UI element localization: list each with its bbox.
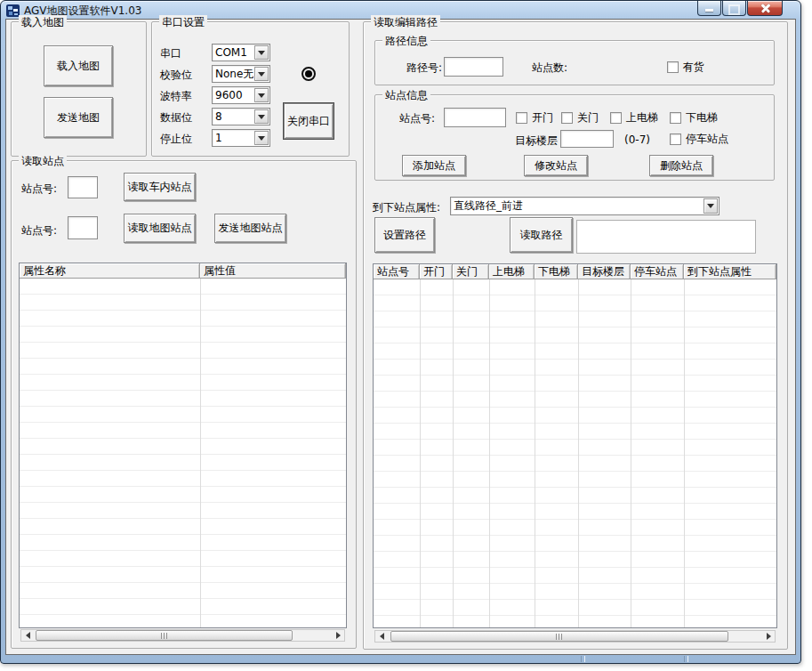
send-map-station-button[interactable]: 发送地图站点 — [214, 214, 286, 243]
parity-select[interactable]: None无 — [212, 65, 270, 83]
scroll-left-icon[interactable] — [375, 631, 387, 642]
target-floor-input[interactable] — [560, 130, 614, 148]
chevron-down-icon[interactable] — [703, 198, 718, 214]
add-station-button[interactable]: 添加站点 — [402, 155, 466, 176]
attribute-table[interactable]: 属性名称 属性值 — [19, 263, 347, 628]
station-count-label: 站点数: — [532, 61, 567, 76]
column-header-close-door[interactable]: 关门 — [453, 264, 489, 279]
up-elevator-checkbox[interactable]: 上电梯 — [610, 110, 658, 125]
open-door-checkbox[interactable]: 开门 — [516, 110, 553, 125]
checkbox-box — [667, 61, 679, 73]
attribute-table-body[interactable] — [20, 279, 346, 627]
down-elevator-label: 下电梯 — [686, 110, 718, 125]
load-map-button[interactable]: 载入地图 — [44, 45, 113, 86]
baudrate-value: 9600 — [213, 89, 253, 101]
checkbox-box — [561, 112, 573, 124]
chevron-down-icon[interactable] — [254, 45, 269, 60]
column-divider — [684, 279, 685, 627]
station-no-input[interactable] — [444, 108, 506, 127]
path-editor-group: 读取编辑路径 路径信息 路径号: 站点数: 有货 站点信息 站点号: — [363, 21, 788, 650]
checkbox-box — [670, 133, 681, 145]
column-header-attr-name[interactable]: 属性名称 — [20, 263, 200, 279]
next-station-attr-label: 到下站点属性: — [373, 200, 440, 215]
read-map-station-button[interactable]: 读取地图站点 — [124, 214, 196, 243]
column-header-open-door[interactable]: 开门 — [420, 264, 453, 279]
scroll-right-icon[interactable] — [763, 631, 775, 642]
cargo-checkbox[interactable]: 有货 — [667, 60, 704, 75]
path-info-group: 路径信息 路径号: 站点数: 有货 — [374, 40, 775, 85]
read-path-button[interactable]: 读取路径 — [510, 217, 573, 253]
read-station-group: 读取站点 站点号: 读取车内站点 站点号: 读取地图站点 发送地图站点 属性名称… — [11, 160, 357, 649]
column-header-attr-value[interactable]: 属性值 — [200, 263, 346, 279]
open-door-label: 开门 — [532, 110, 553, 125]
column-divider — [420, 279, 421, 627]
chevron-down-icon[interactable] — [254, 67, 269, 81]
scrollbar-grip-icon — [161, 633, 168, 639]
column-header-parking[interactable]: 停车站点 — [631, 264, 684, 279]
load-map-group-title: 载入地图 — [19, 15, 67, 30]
read-path-result-box[interactable] — [576, 220, 756, 254]
column-divider — [200, 279, 201, 627]
station-table-body[interactable] — [374, 279, 776, 627]
down-elevator-checkbox[interactable]: 下电梯 — [670, 110, 718, 125]
column-divider — [578, 279, 579, 627]
column-header-next-attr[interactable]: 到下站点属性 — [684, 264, 776, 279]
serial-status-led — [301, 67, 316, 81]
attribute-table-hscrollbar[interactable] — [20, 629, 345, 642]
station-table-header: 站点号 开门 关门 上电梯 下电梯 目标楼层 停车站点 到下站点属性 — [374, 264, 776, 279]
station-table[interactable]: 站点号 开门 关门 上电梯 下电梯 目标楼层 停车站点 到下站点属性 — [373, 263, 777, 628]
target-floor-label: 目标楼层 — [515, 133, 558, 149]
column-header-station-no[interactable]: 站点号 — [374, 264, 420, 279]
column-header-down-elevator[interactable]: 下电梯 — [535, 264, 578, 279]
up-elevator-label: 上电梯 — [626, 110, 658, 125]
minimize-icon[interactable] — [697, 1, 721, 16]
scrollbar-thumb[interactable] — [36, 630, 293, 641]
vehicle-station-no-input[interactable] — [68, 176, 98, 198]
maximize-icon — [722, 1, 746, 16]
station-info-group-title: 站点信息 — [382, 88, 430, 103]
client-area: 载入地图 载入地图 发送地图 串口设置 串口 COM1 校验位 None无 波特… — [5, 19, 796, 655]
station-info-group: 站点信息 站点号: 开门 关门 上电梯 下电梯 — [374, 94, 775, 181]
read-station-group-title: 读取站点 — [19, 154, 67, 169]
modify-station-button[interactable]: 修改站点 — [524, 155, 588, 176]
chevron-down-icon[interactable] — [254, 109, 269, 124]
floor-range-label: (0-7) — [624, 133, 650, 146]
column-header-up-elevator[interactable]: 上电梯 — [489, 264, 535, 279]
scroll-right-icon[interactable] — [333, 630, 344, 641]
close-icon[interactable] — [747, 1, 783, 16]
next-station-attr-select[interactable]: 直线路径_前进 — [450, 197, 720, 215]
scroll-left-icon[interactable] — [21, 630, 33, 641]
column-divider — [535, 279, 535, 627]
path-no-label: 路径号: — [406, 61, 442, 76]
close-door-checkbox[interactable]: 关门 — [561, 110, 599, 125]
parity-value: None无 — [213, 67, 253, 82]
path-info-group-title: 路径信息 — [382, 34, 430, 49]
scrollbar-grip-icon — [556, 634, 563, 640]
baudrate-select[interactable]: 9600 — [212, 86, 270, 104]
cargo-checkbox-label: 有货 — [683, 60, 704, 75]
column-header-target-floor[interactable]: 目标楼层 — [578, 264, 631, 279]
databits-select[interactable]: 8 — [212, 108, 270, 125]
parking-station-checkbox[interactable]: 停车站点 — [670, 132, 728, 147]
serial-port-select[interactable]: COM1 — [212, 44, 270, 61]
parity-label: 校验位 — [160, 68, 192, 83]
serial-settings-group-title: 串口设置 — [159, 15, 207, 30]
map-station-no-label: 站点号: — [21, 223, 57, 238]
map-station-no-input[interactable] — [68, 216, 98, 239]
send-map-button[interactable]: 发送地图 — [44, 97, 113, 138]
close-serial-button[interactable]: 关闭串口 — [284, 103, 334, 139]
chevron-down-icon[interactable] — [254, 88, 269, 102]
stopbits-label: 停止位 — [160, 132, 192, 147]
stopbits-value: 1 — [213, 132, 253, 144]
station-table-hscrollbar[interactable] — [374, 630, 776, 643]
set-path-button[interactable]: 设置路径 — [374, 217, 435, 253]
baudrate-label: 波特率 — [160, 89, 192, 104]
delete-station-button[interactable]: 删除站点 — [649, 155, 713, 176]
stopbits-select[interactable]: 1 — [212, 129, 270, 147]
read-vehicle-station-button[interactable]: 读取车内站点 — [124, 173, 196, 201]
scrollbar-thumb[interactable] — [390, 631, 728, 642]
path-no-input[interactable] — [444, 57, 503, 77]
frame-grip — [684, 656, 688, 662]
column-divider — [489, 279, 490, 627]
chevron-down-icon[interactable] — [254, 131, 269, 145]
